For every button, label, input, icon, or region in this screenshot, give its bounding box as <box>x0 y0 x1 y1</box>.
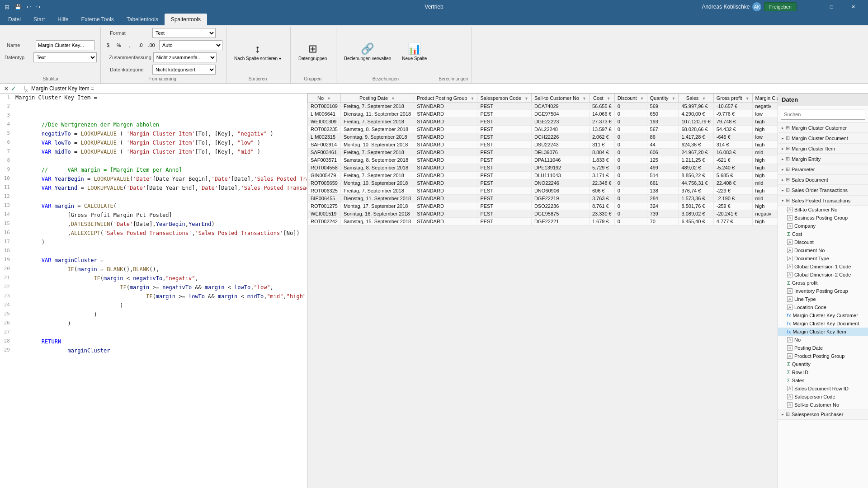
tab-spaltentools[interactable]: Spaltentools <box>165 14 207 25</box>
comma-btn[interactable]: , <box>125 40 135 50</box>
name-input[interactable] <box>36 40 94 50</box>
maximize-button[interactable]: □ <box>821 0 842 14</box>
auto-select[interactable]: Auto <box>159 40 222 50</box>
formula-input[interactable] <box>31 85 864 92</box>
table-cell: 0 <box>614 164 647 172</box>
field-item[interactable]: ACompany <box>778 222 868 230</box>
datengruppen-button[interactable]: ⊞ Datengruppen <box>295 37 330 67</box>
tab-datei[interactable]: Datei <box>2 14 27 25</box>
field-item[interactable]: ADocument No <box>778 246 868 254</box>
field-item[interactable]: ABill-to Customer No <box>778 206 868 214</box>
field-item[interactable]: ADiscount <box>778 238 868 246</box>
table-cell: STANDARD <box>414 156 477 164</box>
table-cell: Samstag, 8. September 2018 <box>340 156 414 164</box>
field-item[interactable]: fxMargin Cluster Key Item <box>778 328 868 336</box>
field-item[interactable]: ΣGross profit <box>778 279 868 287</box>
field-item[interactable]: ΣSales <box>778 376 868 385</box>
redo-btn[interactable]: ↪ <box>34 3 42 11</box>
sort-button[interactable]: ↕ Nach Spalte sortieren ▾ <box>231 37 285 67</box>
tab-externe-tools[interactable]: Externe Tools <box>75 14 120 25</box>
neue-spalte-icon: 📊 <box>408 42 421 55</box>
table-cell: SAF003461 <box>308 149 341 156</box>
col-discount[interactable]: Discount ▼ <box>614 94 647 103</box>
field-item[interactable]: ADocument Type <box>778 254 868 263</box>
percent-btn[interactable]: % <box>114 40 124 50</box>
expand-icon: ▸ <box>782 146 784 151</box>
main-area: 1Margin Cluster Key Item = 2 3 4 //Die W… <box>0 94 868 488</box>
table-row: ROT001275Montag, 17. September 2018STAND… <box>308 202 778 210</box>
col-customer[interactable]: Sell-to Customer No ▼ <box>531 94 589 103</box>
col-posting-date[interactable]: Posting Date ▼ <box>340 94 414 103</box>
format-select[interactable]: Text <box>152 28 216 38</box>
table-cell: Freitag, 7. September 2018 <box>340 187 414 195</box>
field-group-header[interactable]: ▸⊞Salesperson Purchaser <box>778 409 868 419</box>
search-input[interactable] <box>781 109 865 120</box>
table-cell: 1.417,28 € <box>679 133 713 141</box>
zusammenfassung-select[interactable]: Nicht zusammenfa... <box>153 52 217 62</box>
table-cell: Montag, 10. September 2018 <box>340 141 414 149</box>
field-group-header[interactable]: ▸⊞Margin Cluster Item <box>778 144 868 154</box>
field-item[interactable]: ASalesperson Code <box>778 393 868 401</box>
undo-btn[interactable]: ↩ <box>25 3 33 11</box>
code-line: 20 IF(margin = BLANK(),BLANK(), <box>0 265 307 274</box>
field-item[interactable]: ΣQuantity <box>778 360 868 368</box>
col-quantity[interactable]: Quantity ▼ <box>647 94 679 103</box>
field-item[interactable]: ASales Document Row ID <box>778 385 868 393</box>
col-margin-customer[interactable]: Margin Cluster Key Customer ▼ <box>752 94 778 103</box>
field-item[interactable]: ANo <box>778 336 868 344</box>
datatype-select[interactable]: Text <box>33 52 97 62</box>
field-type-icon: A <box>787 256 793 261</box>
datacategory-select[interactable]: Nicht kategorisiert <box>152 65 216 75</box>
field-item[interactable]: ΣCost <box>778 230 868 238</box>
col-no[interactable]: No ▼ <box>308 94 341 103</box>
save-btn[interactable]: 💾 <box>13 3 23 11</box>
table-row: ROT006325Freitag, 7. September 2018STAND… <box>308 187 778 195</box>
field-item[interactable]: ΣRow ID <box>778 368 868 376</box>
field-group-header[interactable]: ▸⊞Sales Order Transactions <box>778 185 868 195</box>
code-line: 7 VAR midTo = LOOKUPVALUE ( 'Margin Clus… <box>0 148 307 157</box>
col-sales[interactable]: Sales ▼ <box>679 94 713 103</box>
format-buttons: $ % , .0 .00 Auto <box>103 40 222 50</box>
tab-start[interactable]: Start <box>27 14 51 25</box>
field-item[interactable]: fxMargin Cluster Key Customer <box>778 311 868 319</box>
field-group-header[interactable]: ▸⊞Margin Cluster Document <box>778 133 868 143</box>
data-table-container[interactable]: No ▼ Posting Date ▼ Product Posting Grou… <box>307 94 778 488</box>
expand-icon: ▸ <box>782 157 784 161</box>
field-item[interactable]: APosting Date <box>778 344 868 352</box>
formula-cancel[interactable]: ✕ <box>4 85 9 92</box>
tab-tabellentools[interactable]: Tabellentools <box>120 14 165 25</box>
field-group-header[interactable]: ▸⊞Margin Cluster Customer <box>778 123 868 133</box>
field-item[interactable]: ASell-to Customer No <box>778 401 868 409</box>
neue-spalte-button[interactable]: 📊 Neue Spalte <box>398 37 430 67</box>
code-line: 28 RETURN <box>0 338 307 347</box>
editor-content[interactable]: 1Margin Cluster Key Item = 2 3 4 //Die W… <box>0 94 307 488</box>
share-button[interactable]: Freigeben <box>764 2 797 11</box>
expand-icon: ▸ <box>782 412 784 417</box>
field-group-header[interactable]: ▸⊞Sales Document <box>778 175 868 185</box>
field-item[interactable]: AProduct Posting Group <box>778 352 868 360</box>
field-item[interactable]: AGlobal Dimension 2 Code <box>778 271 868 279</box>
col-gross-profit[interactable]: Gross profit ▼ <box>713 94 752 103</box>
field-group-header[interactable]: ▾⊞Sales Posted Transactions <box>778 196 868 206</box>
beziehungen-verwalten-button[interactable]: 🔗 Beziehungen verwalten <box>340 37 395 67</box>
close-button[interactable]: ✕ <box>843 0 863 14</box>
field-item[interactable]: fxMargin Cluster Key Document <box>778 319 868 328</box>
col-salesperson[interactable]: Salesperson Code ▼ <box>477 94 531 103</box>
field-item[interactable]: ALine Type <box>778 295 868 303</box>
tab-hilfe[interactable]: Hilfe <box>51 14 75 25</box>
field-item[interactable]: AInventory Posting Group <box>778 287 868 295</box>
code-line: 6 VAR lowTo = LOOKUPVALUE ( 'Margin Clus… <box>0 139 307 148</box>
decimal-inc-btn[interactable]: .0 <box>136 40 146 50</box>
currency-btn[interactable]: $ <box>103 40 113 50</box>
col-cost[interactable]: Cost ▼ <box>589 94 614 103</box>
field-group-header[interactable]: ▸⊞Margin Entity <box>778 154 868 164</box>
minimize-button[interactable]: ─ <box>799 0 820 14</box>
table-cell: mid <box>752 195 778 202</box>
field-item[interactable]: ABusiness Posting Group <box>778 214 868 222</box>
col-product-posting[interactable]: Product Posting Group ▼ <box>414 94 477 103</box>
field-group-header[interactable]: ▸⊞Parameter <box>778 164 868 174</box>
decimal-dec-btn[interactable]: .00 <box>146 40 156 50</box>
formula-confirm[interactable]: ✓ <box>11 85 16 92</box>
field-item[interactable]: AGlobal Dimension 1 Code <box>778 263 868 271</box>
field-item[interactable]: ALocation Code <box>778 303 868 311</box>
